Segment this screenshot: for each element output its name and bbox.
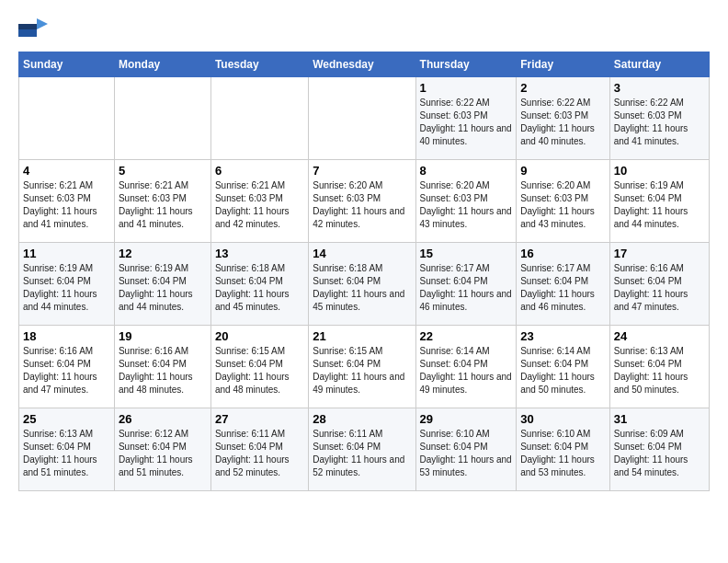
calendar-header: SundayMondayTuesdayWednesdayThursdayFrid… bbox=[19, 52, 710, 77]
calendar-cell: 7Sunrise: 6:20 AM Sunset: 6:03 PM Daylig… bbox=[309, 160, 415, 243]
day-number: 20 bbox=[215, 329, 304, 343]
calendar-cell: 28Sunrise: 6:11 AM Sunset: 6:04 PM Dayli… bbox=[309, 408, 415, 491]
day-info: Sunrise: 6:19 AM Sunset: 6:04 PM Dayligh… bbox=[119, 262, 207, 314]
day-info: Sunrise: 6:22 AM Sunset: 6:03 PM Dayligh… bbox=[420, 97, 513, 148]
calendar-cell: 12Sunrise: 6:19 AM Sunset: 6:04 PM Dayli… bbox=[114, 243, 210, 326]
calendar-cell: 17Sunrise: 6:16 AM Sunset: 6:04 PM Dayli… bbox=[609, 243, 709, 326]
calendar-cell: 27Sunrise: 6:11 AM Sunset: 6:04 PM Dayli… bbox=[210, 408, 308, 491]
day-info: Sunrise: 6:20 AM Sunset: 6:03 PM Dayligh… bbox=[313, 179, 411, 231]
calendar-cell: 16Sunrise: 6:17 AM Sunset: 6:04 PM Dayli… bbox=[517, 243, 610, 326]
day-number: 2 bbox=[520, 81, 606, 95]
calendar-cell bbox=[114, 77, 210, 160]
svg-marker-1 bbox=[37, 18, 48, 29]
day-number: 24 bbox=[614, 329, 705, 343]
day-info: Sunrise: 6:22 AM Sunset: 6:03 PM Dayligh… bbox=[520, 97, 606, 148]
page-header bbox=[18, 18, 710, 42]
calendar-cell: 24Sunrise: 6:13 AM Sunset: 6:04 PM Dayli… bbox=[609, 326, 709, 408]
header-cell-monday: Monday bbox=[114, 52, 210, 77]
day-info: Sunrise: 6:19 AM Sunset: 6:04 PM Dayligh… bbox=[614, 179, 705, 231]
day-number: 19 bbox=[119, 329, 207, 343]
header-row: SundayMondayTuesdayWednesdayThursdayFrid… bbox=[19, 52, 710, 77]
day-number: 8 bbox=[420, 164, 513, 178]
calendar-cell: 3Sunrise: 6:22 AM Sunset: 6:03 PM Daylig… bbox=[609, 77, 709, 160]
calendar-cell: 4Sunrise: 6:21 AM Sunset: 6:03 PM Daylig… bbox=[19, 160, 115, 243]
calendar-cell: 23Sunrise: 6:14 AM Sunset: 6:04 PM Dayli… bbox=[517, 326, 610, 408]
calendar-cell: 22Sunrise: 6:14 AM Sunset: 6:04 PM Dayli… bbox=[415, 326, 517, 408]
calendar-cell: 6Sunrise: 6:21 AM Sunset: 6:03 PM Daylig… bbox=[210, 160, 308, 243]
calendar-cell: 29Sunrise: 6:10 AM Sunset: 6:04 PM Dayli… bbox=[415, 408, 517, 491]
day-info: Sunrise: 6:17 AM Sunset: 6:04 PM Dayligh… bbox=[520, 262, 606, 314]
calendar-cell bbox=[19, 77, 115, 160]
day-number: 14 bbox=[313, 247, 411, 260]
calendar-cell: 14Sunrise: 6:18 AM Sunset: 6:04 PM Dayli… bbox=[309, 243, 415, 326]
day-number: 28 bbox=[313, 412, 411, 426]
day-number: 5 bbox=[119, 164, 207, 178]
calendar-cell: 15Sunrise: 6:17 AM Sunset: 6:04 PM Dayli… bbox=[415, 243, 517, 326]
day-number: 18 bbox=[23, 329, 110, 343]
calendar-cell: 18Sunrise: 6:16 AM Sunset: 6:04 PM Dayli… bbox=[19, 326, 115, 408]
day-info: Sunrise: 6:16 AM Sunset: 6:04 PM Dayligh… bbox=[23, 345, 110, 396]
day-info: Sunrise: 6:14 AM Sunset: 6:04 PM Dayligh… bbox=[420, 345, 513, 396]
day-info: Sunrise: 6:21 AM Sunset: 6:03 PM Dayligh… bbox=[215, 179, 304, 231]
calendar-week-row: 18Sunrise: 6:16 AM Sunset: 6:04 PM Dayli… bbox=[19, 326, 710, 408]
day-info: Sunrise: 6:22 AM Sunset: 6:03 PM Dayligh… bbox=[614, 97, 705, 148]
day-info: Sunrise: 6:13 AM Sunset: 6:04 PM Dayligh… bbox=[23, 428, 110, 479]
day-info: Sunrise: 6:10 AM Sunset: 6:04 PM Dayligh… bbox=[520, 428, 606, 479]
day-info: Sunrise: 6:16 AM Sunset: 6:04 PM Dayligh… bbox=[119, 345, 207, 396]
day-number: 12 bbox=[119, 247, 207, 260]
calendar-cell: 5Sunrise: 6:21 AM Sunset: 6:03 PM Daylig… bbox=[114, 160, 210, 243]
day-number: 31 bbox=[614, 412, 705, 426]
calendar-week-row: 4Sunrise: 6:21 AM Sunset: 6:03 PM Daylig… bbox=[19, 160, 710, 243]
day-info: Sunrise: 6:11 AM Sunset: 6:04 PM Dayligh… bbox=[215, 428, 304, 479]
day-number: 3 bbox=[614, 81, 705, 95]
day-info: Sunrise: 6:17 AM Sunset: 6:04 PM Dayligh… bbox=[420, 262, 513, 314]
calendar-week-row: 11Sunrise: 6:19 AM Sunset: 6:04 PM Dayli… bbox=[19, 243, 710, 326]
day-info: Sunrise: 6:20 AM Sunset: 6:03 PM Dayligh… bbox=[520, 179, 606, 231]
calendar-cell: 2Sunrise: 6:22 AM Sunset: 6:03 PM Daylig… bbox=[517, 77, 610, 160]
day-number: 30 bbox=[520, 412, 606, 426]
logo-icon bbox=[18, 18, 48, 42]
day-info: Sunrise: 6:20 AM Sunset: 6:03 PM Dayligh… bbox=[420, 179, 513, 231]
day-info: Sunrise: 6:21 AM Sunset: 6:03 PM Dayligh… bbox=[119, 179, 207, 231]
calendar-cell: 30Sunrise: 6:10 AM Sunset: 6:04 PM Dayli… bbox=[517, 408, 610, 491]
logo bbox=[18, 18, 51, 42]
header-cell-saturday: Saturday bbox=[609, 52, 709, 77]
day-info: Sunrise: 6:19 AM Sunset: 6:04 PM Dayligh… bbox=[23, 262, 110, 314]
calendar-cell: 25Sunrise: 6:13 AM Sunset: 6:04 PM Dayli… bbox=[19, 408, 115, 491]
calendar-cell: 9Sunrise: 6:20 AM Sunset: 6:03 PM Daylig… bbox=[517, 160, 610, 243]
calendar-cell: 19Sunrise: 6:16 AM Sunset: 6:04 PM Dayli… bbox=[114, 326, 210, 408]
calendar-cell: 1Sunrise: 6:22 AM Sunset: 6:03 PM Daylig… bbox=[415, 77, 517, 160]
day-number: 13 bbox=[215, 247, 304, 260]
day-number: 27 bbox=[215, 412, 304, 426]
calendar-cell: 11Sunrise: 6:19 AM Sunset: 6:04 PM Dayli… bbox=[19, 243, 115, 326]
day-info: Sunrise: 6:11 AM Sunset: 6:04 PM Dayligh… bbox=[313, 428, 411, 479]
calendar-cell bbox=[309, 77, 415, 160]
calendar-cell: 21Sunrise: 6:15 AM Sunset: 6:04 PM Dayli… bbox=[309, 326, 415, 408]
day-number: 4 bbox=[23, 164, 110, 178]
day-number: 9 bbox=[520, 164, 606, 178]
day-number: 17 bbox=[614, 247, 705, 260]
calendar-cell: 8Sunrise: 6:20 AM Sunset: 6:03 PM Daylig… bbox=[415, 160, 517, 243]
day-number: 1 bbox=[420, 81, 513, 95]
calendar-week-row: 25Sunrise: 6:13 AM Sunset: 6:04 PM Dayli… bbox=[19, 408, 710, 491]
day-number: 29 bbox=[420, 412, 513, 426]
day-info: Sunrise: 6:10 AM Sunset: 6:04 PM Dayligh… bbox=[420, 428, 513, 479]
header-cell-tuesday: Tuesday bbox=[210, 52, 308, 77]
day-number: 11 bbox=[23, 247, 110, 260]
day-number: 15 bbox=[420, 247, 513, 260]
calendar-cell bbox=[210, 77, 308, 160]
day-info: Sunrise: 6:18 AM Sunset: 6:04 PM Dayligh… bbox=[215, 262, 304, 314]
calendar-cell: 26Sunrise: 6:12 AM Sunset: 6:04 PM Dayli… bbox=[114, 408, 210, 491]
day-info: Sunrise: 6:15 AM Sunset: 6:04 PM Dayligh… bbox=[215, 345, 304, 396]
day-info: Sunrise: 6:16 AM Sunset: 6:04 PM Dayligh… bbox=[614, 262, 705, 314]
day-number: 26 bbox=[119, 412, 207, 426]
day-info: Sunrise: 6:15 AM Sunset: 6:04 PM Dayligh… bbox=[313, 345, 411, 396]
day-number: 16 bbox=[520, 247, 606, 260]
day-info: Sunrise: 6:09 AM Sunset: 6:04 PM Dayligh… bbox=[614, 428, 705, 479]
svg-rect-2 bbox=[18, 24, 37, 29]
calendar-cell: 31Sunrise: 6:09 AM Sunset: 6:04 PM Dayli… bbox=[609, 408, 709, 491]
header-cell-sunday: Sunday bbox=[19, 52, 115, 77]
header-cell-friday: Friday bbox=[517, 52, 610, 77]
day-info: Sunrise: 6:21 AM Sunset: 6:03 PM Dayligh… bbox=[23, 179, 110, 231]
day-number: 22 bbox=[420, 329, 513, 343]
